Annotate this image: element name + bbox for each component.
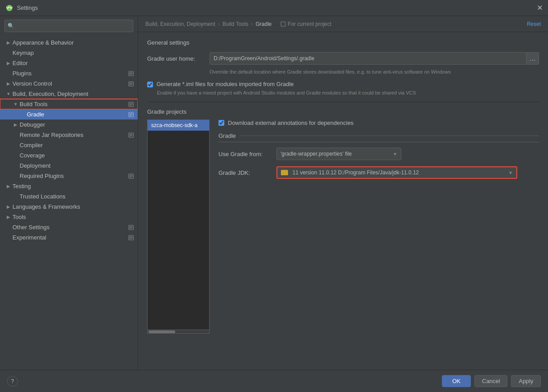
sidebar-item-debugger[interactable]: ▶ Debugger [0, 120, 138, 130]
arrow-icon: ▶ [5, 40, 12, 46]
sidebar-item-plugins[interactable]: ▶ Plugins [0, 68, 138, 78]
sidebar-item-testing[interactable]: ▶ Testing [0, 181, 138, 191]
svg-point-0 [6, 5, 12, 11]
settings-icon [128, 101, 134, 107]
nav-tree: ▶ Appearance & Behavior ▶ Keymap ▶ Edito… [0, 36, 138, 370]
generate-iml-row: Generate *.iml files for modules importe… [147, 81, 539, 87]
project-scrollbar[interactable] [148, 330, 209, 333]
search-icon: 🔍 [8, 23, 14, 29]
generate-iml-checkbox[interactable] [147, 82, 153, 87]
section-divider [239, 136, 539, 136]
download-annotations-checkbox[interactable] [218, 120, 224, 126]
gradle-settings-panel: Download external annotations for depend… [218, 120, 539, 334]
for-project-text: For current project [288, 21, 331, 27]
gradle-user-home-input[interactable] [210, 52, 527, 65]
use-gradle-from-value: 'gradle-wrapper.properties' file [280, 151, 352, 157]
gradle-jdk-row: Gradle JDK: 11 version 11.0.12 D:/Progra… [218, 166, 539, 179]
settings-icon [128, 235, 134, 241]
sidebar-item-appearance[interactable]: ▶ Appearance & Behavior [0, 37, 138, 48]
search-box[interactable]: 🔍 [4, 20, 133, 32]
sidebar-item-languages[interactable]: ▶ Languages & Frameworks [0, 202, 138, 212]
use-gradle-from-select[interactable]: 'gradle-wrapper.properties' file ▼ [276, 148, 401, 160]
arrow-icon: ▶ [5, 204, 12, 210]
settings-window: Settings ✕ 🔍 ▶ Appearance & Behavior ▶ K… [0, 0, 548, 392]
sidebar-item-coverage[interactable]: ▶ Coverage [0, 150, 138, 161]
generate-iml-label: Generate *.iml files for modules importe… [157, 81, 294, 87]
svg-point-2 [10, 7, 11, 8]
project-list-item[interactable]: szca-mobsec-sdk-a [148, 120, 209, 131]
search-input[interactable] [16, 23, 130, 29]
gradle-jdk-value: 11 version 11.0.12 D:/Program Files/Java… [293, 169, 419, 176]
close-button[interactable]: ✕ [537, 4, 543, 12]
scrollbar-thumb [148, 330, 175, 333]
sidebar-item-deployment[interactable]: ▶ Deployment [0, 161, 138, 171]
settings-icon [128, 70, 134, 77]
sidebar-item-experimental[interactable]: ▶ Experimental [0, 232, 138, 243]
bottom-actions: OK Cancel Apply [442, 375, 541, 387]
download-annotations-row: Download external annotations for depend… [218, 120, 539, 126]
arrow-icon: ▼ [5, 91, 12, 97]
reset-button[interactable]: Reset [527, 21, 541, 27]
svg-point-1 [8, 7, 9, 8]
breadcrumb-sep2: › [251, 21, 253, 27]
breadcrumb-part2[interactable]: Build Tools [222, 21, 248, 27]
sidebar-item-remote-jar[interactable]: ▶ Remote Jar Repositories [0, 130, 138, 140]
sidebar-item-build-tools[interactable]: ▼ Build Tools [0, 99, 138, 109]
settings-panel: General settings Gradle user home: … Ove… [138, 32, 548, 370]
sidebar-item-version-control[interactable]: ▶ Version Control [0, 78, 138, 89]
breadcrumb-bar: Build, Execution, Deployment › Build Too… [138, 16, 548, 32]
breadcrumb-sep1: › [218, 21, 220, 27]
gradle-user-home-row: Gradle user home: … [147, 52, 539, 65]
arrow-icon: ▶ [12, 122, 19, 128]
project-list-empty [148, 131, 209, 330]
cancel-button[interactable]: Cancel [474, 375, 507, 387]
breadcrumb-part1[interactable]: Build, Execution, Deployment [145, 21, 215, 27]
arrow-icon: ▼ [12, 101, 19, 107]
browse-button[interactable]: … [527, 52, 539, 65]
dropdown-arrow-icon: ▼ [393, 152, 397, 157]
for-current-project: For current project [280, 21, 331, 27]
svg-rect-37 [281, 22, 285, 26]
generate-iml-hint: Enable if you have a mixed project with … [147, 90, 539, 95]
folder-icon [281, 170, 288, 175]
arrow-icon: ▶ [5, 81, 12, 87]
sidebar-item-compiler[interactable]: ▶ Compiler [0, 140, 138, 150]
breadcrumb-part3: Gradle [255, 21, 272, 27]
arrow-icon: ▶ [5, 60, 12, 66]
sidebar-item-other-settings[interactable]: ▶ Other Settings [0, 222, 138, 232]
gradle-jdk-select[interactable]: 11 version 11.0.12 D:/Program Files/Java… [276, 166, 517, 179]
title-bar: Settings ✕ [0, 0, 548, 16]
projects-area: szca-mobsec-sdk-a Download external anno… [147, 120, 539, 334]
project-list: szca-mobsec-sdk-a [147, 120, 210, 334]
ok-button[interactable]: OK [442, 375, 471, 387]
general-settings-title: General settings [147, 39, 539, 46]
sidebar-item-editor[interactable]: ▶ Editor [0, 58, 138, 68]
apply-button[interactable]: Apply [511, 375, 541, 387]
gradle-projects-title: Gradle projects [147, 108, 539, 115]
sidebar-item-gradle[interactable]: ▶ Gradle [0, 109, 138, 120]
settings-icon [128, 111, 134, 118]
override-hint-text: Override the default location where Grad… [147, 69, 539, 74]
sidebar-item-required-plugins[interactable]: ▶ Required Plugins [0, 171, 138, 181]
download-annotations-label: Download external annotations for depend… [228, 120, 354, 126]
arrow-icon: ▶ [5, 214, 12, 220]
sidebar-item-build-execution[interactable]: ▼ Build, Execution, Deployment [0, 89, 138, 99]
sidebar-item-tools[interactable]: ▶ Tools [0, 212, 138, 222]
bottom-bar: ? OK Cancel Apply [0, 370, 548, 392]
settings-icon [128, 224, 134, 231]
use-gradle-from-label: Use Gradle from: [218, 151, 276, 157]
sidebar-item-keymap[interactable]: ▶ Keymap [0, 48, 138, 58]
main-content: Build, Execution, Deployment › Build Too… [138, 16, 548, 370]
divider [147, 102, 539, 102]
project-icon [280, 21, 286, 27]
sidebar-item-trusted-locations[interactable]: ▶ Trusted Locations [0, 191, 138, 202]
gradle-user-home-label: Gradle user home: [147, 55, 210, 62]
settings-icon [128, 173, 134, 179]
help-button[interactable]: ? [7, 376, 18, 387]
title-text: Settings [17, 4, 38, 11]
app-icon [5, 4, 13, 12]
settings-icon [128, 81, 134, 87]
jdk-dropdown-arrow-icon: ▼ [508, 170, 513, 175]
sidebar: 🔍 ▶ Appearance & Behavior ▶ Keymap ▶ Edi [0, 16, 138, 370]
gradle-jdk-label: Gradle JDK: [218, 169, 276, 176]
